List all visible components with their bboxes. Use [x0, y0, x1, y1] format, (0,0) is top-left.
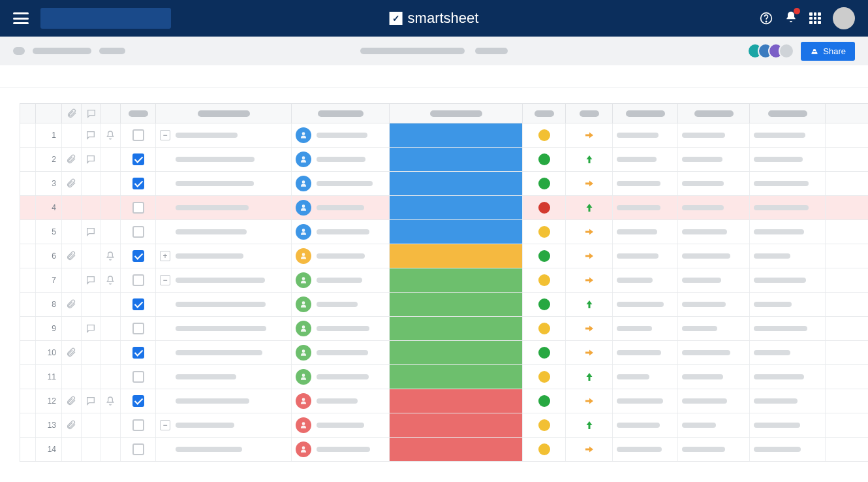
data-cell[interactable]: [750, 317, 826, 340]
attachment-cell[interactable]: [62, 438, 82, 461]
assignee-cell[interactable]: [292, 123, 390, 147]
attachment-cell[interactable]: [62, 389, 82, 413]
attachment-cell[interactable]: [62, 365, 82, 389]
reminder-cell[interactable]: [101, 196, 121, 219]
trend-cell[interactable]: [566, 438, 613, 461]
trend-cell[interactable]: [566, 389, 613, 413]
trend-cell[interactable]: [566, 365, 613, 389]
attachment-cell[interactable]: [62, 123, 82, 147]
trend-cell[interactable]: [566, 293, 613, 316]
health-cell[interactable]: [523, 196, 566, 219]
expand-toggle[interactable]: −: [160, 420, 170, 430]
checkbox-cell[interactable]: [121, 389, 156, 413]
checkbox-cell[interactable]: [121, 341, 156, 364]
checkbox-cell[interactable]: [121, 293, 156, 316]
task-cell[interactable]: [156, 148, 292, 171]
comment-cell[interactable]: [82, 365, 101, 389]
assignee-cell[interactable]: [292, 293, 390, 316]
share-button[interactable]: Share: [801, 42, 855, 61]
task-cell[interactable]: [156, 220, 292, 244]
checkbox-cell[interactable]: [121, 268, 156, 292]
data-cell[interactable]: [750, 244, 826, 268]
status-cell[interactable]: [390, 438, 523, 461]
status-cell[interactable]: [390, 365, 523, 389]
assignee-cell[interactable]: [292, 413, 390, 437]
comment-cell[interactable]: [82, 341, 101, 364]
column-header[interactable]: [750, 104, 826, 123]
task-cell[interactable]: [156, 293, 292, 316]
comment-cell[interactable]: [82, 389, 101, 413]
column-header[interactable]: [36, 104, 62, 123]
task-cell[interactable]: [156, 196, 292, 219]
data-cell[interactable]: [678, 438, 750, 461]
task-cell[interactable]: +: [156, 244, 292, 268]
data-cell[interactable]: [613, 244, 678, 268]
checkbox-cell[interactable]: [121, 148, 156, 171]
expand-toggle[interactable]: −: [160, 275, 170, 285]
data-cell[interactable]: [613, 293, 678, 316]
assignee-cell[interactable]: [292, 341, 390, 364]
data-cell[interactable]: [678, 123, 750, 147]
reminder-cell[interactable]: [101, 293, 121, 316]
data-cell[interactable]: [678, 244, 750, 268]
column-header[interactable]: [20, 104, 36, 123]
data-cell[interactable]: [750, 196, 826, 219]
task-cell[interactable]: −: [156, 123, 292, 147]
column-header[interactable]: [156, 104, 292, 123]
data-cell[interactable]: [613, 172, 678, 195]
column-header-attachments[interactable]: [62, 104, 82, 123]
comment-cell[interactable]: [82, 413, 101, 437]
data-cell[interactable]: [678, 293, 750, 316]
table-row[interactable]: 7 −: [20, 268, 868, 293]
checkbox-cell[interactable]: [121, 123, 156, 147]
assignee-cell[interactable]: [292, 317, 390, 340]
assignee-cell[interactable]: [292, 244, 390, 268]
help-icon[interactable]: [760, 12, 773, 25]
column-header[interactable]: [390, 104, 523, 123]
task-cell[interactable]: [156, 317, 292, 340]
data-cell[interactable]: [750, 365, 826, 389]
data-cell[interactable]: [678, 268, 750, 292]
status-cell[interactable]: [390, 148, 523, 171]
reminder-cell[interactable]: [101, 244, 121, 268]
trend-cell[interactable]: [566, 148, 613, 171]
data-cell[interactable]: [678, 341, 750, 364]
checkbox[interactable]: [132, 250, 144, 262]
task-cell[interactable]: [156, 438, 292, 461]
data-cell[interactable]: [613, 389, 678, 413]
reminder-cell[interactable]: [101, 365, 121, 389]
data-cell[interactable]: [750, 220, 826, 244]
task-cell[interactable]: [156, 389, 292, 413]
data-cell[interactable]: [678, 317, 750, 340]
user-avatar[interactable]: [833, 7, 855, 29]
data-cell[interactable]: [613, 317, 678, 340]
trend-cell[interactable]: [566, 172, 613, 195]
comment-cell[interactable]: [82, 244, 101, 268]
attachment-cell[interactable]: [62, 196, 82, 219]
reminder-cell[interactable]: [101, 389, 121, 413]
data-cell[interactable]: [678, 172, 750, 195]
checkbox[interactable]: [132, 371, 144, 383]
trend-cell[interactable]: [566, 196, 613, 219]
checkbox-cell[interactable]: [121, 438, 156, 461]
data-cell[interactable]: [678, 196, 750, 219]
health-cell[interactable]: [523, 148, 566, 171]
data-cell[interactable]: [750, 293, 826, 316]
data-cell[interactable]: [678, 148, 750, 171]
attachment-cell[interactable]: [62, 413, 82, 437]
checkbox[interactable]: [132, 419, 144, 431]
status-cell[interactable]: [390, 389, 523, 413]
data-cell[interactable]: [613, 220, 678, 244]
table-row[interactable]: 4: [20, 196, 868, 220]
health-cell[interactable]: [523, 365, 566, 389]
checkbox[interactable]: [132, 298, 144, 310]
table-row[interactable]: 10: [20, 341, 868, 365]
data-cell[interactable]: [678, 413, 750, 437]
status-cell[interactable]: [390, 244, 523, 268]
comment-cell[interactable]: [82, 172, 101, 195]
data-cell[interactable]: [613, 196, 678, 219]
reminder-cell[interactable]: [101, 268, 121, 292]
trend-cell[interactable]: [566, 220, 613, 244]
column-header[interactable]: [523, 104, 566, 123]
data-cell[interactable]: [750, 389, 826, 413]
